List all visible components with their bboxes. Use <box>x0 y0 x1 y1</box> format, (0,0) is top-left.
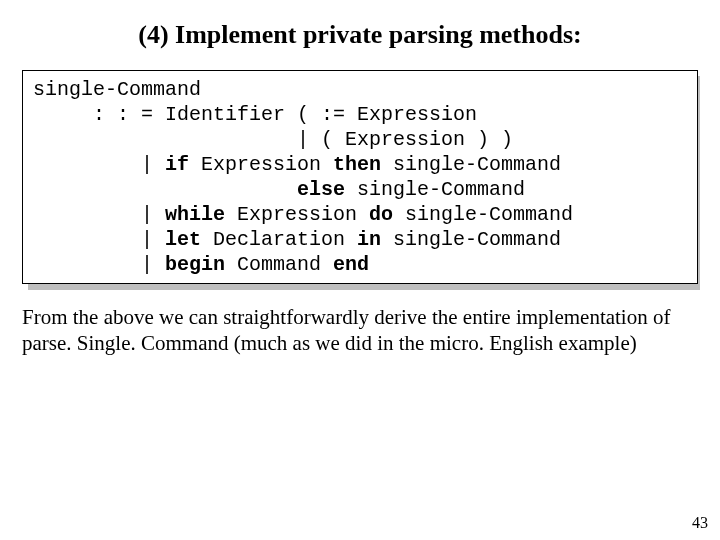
grammar-text: single-Command : : = Identifier ( := Exp… <box>33 77 687 277</box>
slide-title: (4) Implement private parsing methods: <box>18 20 702 50</box>
grammar-box: single-Command : : = Identifier ( := Exp… <box>22 70 698 284</box>
page-number: 43 <box>692 514 708 532</box>
explanation-paragraph: From the above we can straightforwardly … <box>22 304 698 357</box>
box-frame: single-Command : : = Identifier ( := Exp… <box>22 70 698 284</box>
